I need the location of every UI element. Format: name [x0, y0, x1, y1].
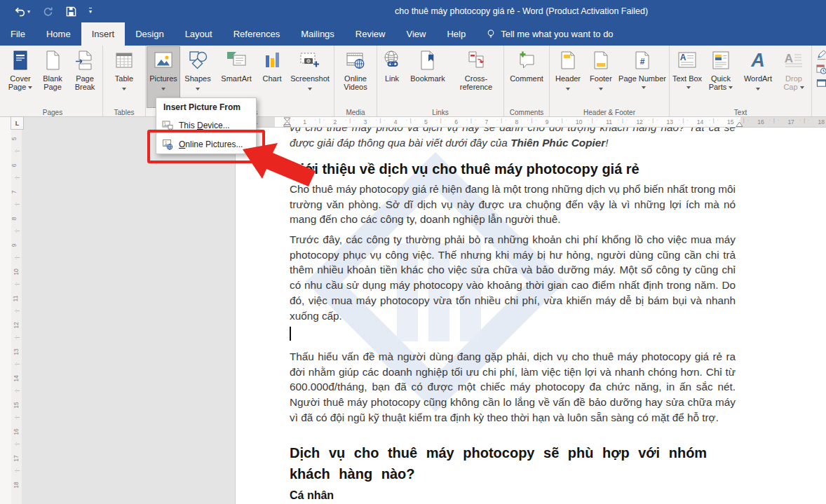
blank-page-label: Blank Page: [36, 74, 69, 91]
vertical-ruler[interactable]: 5·|·6·|·7·|·8·|·9·|·10·|·11·|·12·|·13·|·…: [11, 117, 22, 504]
online-videos-button[interactable]: Online Videos: [336, 47, 375, 107]
ruler-tick: · | ·: [799, 118, 810, 123]
ruler-tick: ·|·: [14, 175, 19, 179]
indent-markers-icon[interactable]: [283, 117, 291, 127]
link-button[interactable]: Link: [379, 47, 405, 107]
object-button[interactable]: Obj: [816, 78, 826, 88]
tell-me-box[interactable]: Tell me what you want to do: [476, 22, 623, 46]
drop-cap-label: Drop Cap: [778, 74, 810, 91]
cover-page-icon: [9, 49, 32, 71]
horizontal-ruler[interactable]: 11· | ·2· | ·3· | ·4· | ·5· | ·6· | ·7· …: [235, 117, 826, 128]
tab-references[interactable]: References: [223, 22, 290, 46]
ruler-number: 12: [636, 118, 642, 125]
body-paragraph-2: Trước đây, các công ty thường phải bỏ ra…: [290, 232, 736, 323]
tab-selector-button[interactable]: L: [11, 116, 24, 130]
document-page[interactable]: vụ cho thuê máy photo và dịch vụ này sẽ …: [235, 117, 826, 504]
ruler-number: 9: [11, 244, 18, 247]
group-label-header-footer: Header & Footer: [550, 109, 669, 116]
tab-review[interactable]: Review: [345, 22, 396, 46]
ribbon-tab-bar: File Home Insert Design Layout Reference…: [0, 22, 826, 46]
ruler-number: 15: [13, 402, 20, 408]
save-button[interactable]: [65, 4, 78, 19]
ribbon-group-pages: Cover Page Blank Page Page Break Pages: [3, 46, 103, 116]
ruler-number: 12: [13, 322, 20, 328]
dropdown-arrow-icon: [122, 88, 126, 90]
page-break-label: Page Break: [69, 74, 101, 91]
dropdown-arrow-icon: [566, 88, 570, 90]
ruler-number: 2: [333, 118, 337, 125]
cover-page-button[interactable]: Cover Page: [4, 47, 36, 107]
group-label-pages: Pages: [3, 109, 102, 116]
ruler-number: 18: [13, 482, 20, 488]
wordart-button[interactable]: A WordArt: [738, 47, 778, 107]
ribbon-group-links: Link Bookmark Cross-reference Links: [377, 46, 504, 116]
tab-mailings[interactable]: Mailings: [290, 22, 345, 46]
text-cursor: [290, 327, 291, 341]
group-label-media: Media: [334, 109, 377, 116]
customize-toolbar-icon: ▾: [89, 8, 92, 15]
ruler-number: 7: [485, 118, 488, 125]
undo-dropdown-icon[interactable]: ▾: [27, 8, 30, 15]
ruler-tick: ·|·: [14, 229, 19, 233]
tab-home[interactable]: Home: [36, 22, 81, 46]
left-margin-strip: [0, 117, 11, 504]
ruler-number: 6: [11, 164, 18, 168]
chart-button[interactable]: Chart: [257, 47, 287, 107]
wordart-icon: A: [747, 49, 769, 71]
blank-page-button[interactable]: Blank Page: [36, 47, 69, 107]
table-button[interactable]: Table: [104, 47, 144, 107]
undo-button[interactable]: ▾: [13, 4, 32, 19]
quick-parts-icon: [710, 49, 732, 71]
ruler-number: 13: [13, 348, 20, 355]
ruler-number: 16: [13, 428, 20, 435]
drop-cap-button: A Drop Cap: [778, 47, 810, 107]
page-number-button[interactable]: # Page Number: [617, 47, 668, 107]
ribbon-group-header-footer: Header Footer # Page Number Header & Foo…: [550, 46, 670, 116]
screenshot-button[interactable]: Screenshot: [287, 47, 332, 107]
smartart-label: SmartArt: [221, 74, 251, 83]
page-break-button[interactable]: Page Break: [69, 47, 101, 107]
date-time-button[interactable]: Date: [816, 64, 826, 74]
header-button[interactable]: Header: [551, 47, 585, 107]
ruler-tick: · | ·: [345, 118, 356, 123]
tab-layout[interactable]: Layout: [175, 22, 223, 46]
ruler-number: 18: [818, 118, 825, 125]
ruler-tick: ·|·: [14, 388, 19, 393]
customize-quick-access-button[interactable]: ▾: [88, 4, 93, 19]
dropdown-arrow-icon: [599, 88, 603, 90]
comment-button[interactable]: Comment: [506, 47, 548, 107]
tab-insert[interactable]: Insert: [81, 22, 126, 46]
ruler-tick: · | ·: [557, 118, 567, 123]
body-paragraph-3: Thấu hiểu vấn đề mà người dùng đang gặp …: [290, 349, 736, 425]
ruler-tick: ·|·: [14, 442, 19, 446]
tab-design[interactable]: Design: [125, 22, 174, 46]
intro-bold-brand: Thiên Phúc Copier: [510, 137, 605, 149]
ruler-tick: · | ·: [496, 118, 507, 123]
text-box-button[interactable]: A Text Box: [671, 47, 703, 107]
tab-view[interactable]: View: [395, 22, 436, 46]
cover-page-label: Cover Page: [4, 74, 36, 91]
ruler-number: 9: [546, 118, 549, 125]
cross-reference-button[interactable]: Cross-reference: [450, 47, 502, 107]
dropdown-arrow-icon: [308, 88, 312, 90]
bookmark-label: Bookmark: [410, 74, 445, 83]
signature-line-button[interactable]: Sign: [816, 50, 826, 60]
page-break-icon: [74, 49, 96, 71]
tab-help[interactable]: Help: [436, 22, 476, 46]
footer-button[interactable]: Footer: [585, 47, 617, 107]
cross-reference-icon: [465, 49, 487, 71]
ruler-tick: ·|·: [14, 335, 19, 339]
title-bar: ▾ ▾ cho thuê máy photocopy giá rẻ - Word…: [0, 0, 826, 22]
bookmark-icon: [417, 49, 439, 71]
redo-button[interactable]: [41, 4, 55, 19]
svg-text:A: A: [750, 50, 765, 71]
ruler-number: 3: [364, 118, 367, 125]
group-label-text: Text: [670, 109, 811, 116]
tab-file[interactable]: File: [0, 22, 36, 46]
right-indent-marker-icon[interactable]: [736, 121, 743, 127]
bookmark-button[interactable]: Bookmark: [405, 47, 450, 107]
ruler-number: 16: [757, 118, 764, 125]
link-icon: [381, 49, 403, 71]
quick-parts-button[interactable]: Quick Parts: [703, 47, 738, 107]
save-icon: [66, 6, 76, 17]
